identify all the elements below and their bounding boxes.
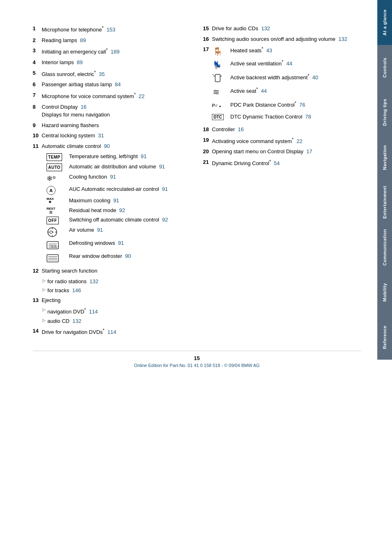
sidebar: At a glance Controls Driving tips Naviga…	[377, 0, 392, 555]
entry-21: 21 Dynamic Driving Control* 54	[203, 158, 361, 168]
auc-icon-area: A	[47, 185, 69, 195]
entry-number-6: 6	[33, 81, 42, 89]
entry-13-audio-text: audio CD 132	[47, 317, 81, 325]
ref-13-nav[interactable]: 114	[89, 309, 98, 315]
ref-8[interactable]: 16	[80, 104, 86, 110]
sidebar-tab-controls[interactable]: Controls	[377, 45, 392, 90]
ref-15[interactable]: 132	[261, 25, 270, 31]
right-column: 15 Drive for audio CDs 132 16 Switching …	[203, 25, 361, 338]
ref-cooling[interactable]: 91	[110, 174, 116, 180]
ref-18[interactable]: 16	[238, 126, 244, 132]
ref-16[interactable]: 132	[339, 36, 347, 42]
entry-content-21: Dynamic Driving Control* 54	[212, 158, 361, 168]
dtc-icon-area: DTC	[212, 114, 230, 120]
sidebar-tab-at-glance[interactable]: At a glance	[377, 0, 392, 45]
ref-auc[interactable]: 91	[162, 186, 168, 192]
entry-12-sub-tracks: ▷ for tracks 146	[42, 286, 191, 295]
ref-auto[interactable]: 91	[159, 163, 165, 170]
ref-7[interactable]: 22	[139, 93, 145, 99]
temp-text: Temperature setting, left/right 91	[69, 152, 191, 161]
ref-rest[interactable]: 92	[119, 207, 125, 213]
airvolume-text: Air volume 91	[69, 226, 191, 237]
ref-20[interactable]: 17	[306, 148, 312, 154]
climate-temp: TEMP Temperature setting, left/right 91	[47, 152, 191, 161]
entry-11: 11 Automatic climate control 90	[33, 142, 191, 150]
sidebar-tab-navigation[interactable]: Navigation	[377, 135, 392, 180]
entry-8: 8 Control Display 16 Displays for menu n…	[33, 103, 191, 119]
entry-number-12: 12	[33, 267, 42, 275]
ref-dtc[interactable]: 78	[305, 114, 311, 120]
ref-12-radio[interactable]: 132	[89, 278, 98, 284]
sidebar-tab-driving-tips[interactable]: Driving tips	[377, 90, 392, 135]
entry-number-19: 19	[203, 136, 212, 145]
entry-7: 7 Microphone for voice command system* 2…	[33, 91, 191, 101]
seat-ventilation-icon: 💺	[212, 59, 230, 71]
ref-temp[interactable]: 91	[141, 153, 147, 159]
defrost-icon-area: ∿∿∿	[47, 239, 69, 251]
entry-content-20: Opening start menu on Control Display 17	[212, 148, 361, 156]
entry-number-18: 18	[203, 125, 212, 134]
entry-4: 4 Interior lamps 89	[33, 58, 191, 67]
entry-3: 3 Initiating an emergency call* 189	[33, 47, 191, 56]
ref-10[interactable]: 31	[98, 132, 104, 139]
ref-21[interactable]: 54	[274, 160, 280, 166]
svg-text:*: *	[212, 73, 214, 77]
ref-airvolume[interactable]: 91	[97, 227, 103, 233]
off-icon: OFF	[47, 217, 59, 224]
arrow-icon-navdvd: ▷	[42, 307, 46, 316]
ref-12-tracks[interactable]: 146	[72, 287, 81, 293]
entry-18: 18 Controller 16	[203, 125, 361, 134]
entry-content-19: Activating voice command system* 22	[212, 136, 361, 145]
climate-airvolume: ⟳ Air volume 91	[47, 226, 191, 237]
climate-max: MAX❄ Maximum cooling 91	[47, 197, 191, 205]
ref-14[interactable]: 114	[107, 329, 116, 335]
entry-number-11: 11	[33, 142, 42, 150]
sidebar-tab-communication[interactable]: Communication	[377, 225, 392, 270]
defrost-text: Defrosting windows 91	[69, 239, 191, 251]
entry-2: 2 Reading lamps 89	[33, 36, 191, 45]
svg-text:🪑: 🪑	[213, 47, 223, 56]
ref-11[interactable]: 90	[104, 143, 109, 149]
ref-seat-ventilation[interactable]: 44	[286, 60, 292, 67]
entry-content-2: Reading lamps 89	[42, 36, 191, 45]
ref-defrost[interactable]: 91	[118, 240, 124, 246]
dtc-text: DTC Dynamic Traction Control 78	[230, 114, 311, 120]
item-active-seat: ≋ Active seat* 44	[212, 87, 318, 98]
temp-icon: TEMP	[47, 153, 62, 161]
entry-number-14: 14	[33, 327, 42, 336]
ref-max[interactable]: 91	[113, 197, 119, 204]
left-column: 1 Microphone for telephone* 153 2 Readin…	[33, 25, 191, 338]
climate-cooling: ❄ ⚙ Cooling function 91	[47, 173, 191, 184]
pdc-icon-area: P // ▲	[212, 101, 230, 112]
sidebar-tab-mobility[interactable]: Mobility	[377, 270, 392, 315]
ref-6[interactable]: 84	[115, 81, 120, 87]
sidebar-tab-entertainment[interactable]: Entertainment	[377, 180, 392, 225]
ref-13-audio[interactable]: 132	[72, 318, 81, 324]
ref-pdc[interactable]: 76	[299, 102, 305, 108]
ref-rear-defrost[interactable]: 90	[125, 253, 131, 259]
sidebar-tab-reference[interactable]: Reference	[377, 315, 392, 360]
ref-19[interactable]: 22	[296, 138, 302, 144]
ref-active-seat[interactable]: 44	[261, 88, 267, 94]
auc-text: AUC Automatic recirculated-air control 9…	[69, 185, 191, 195]
ref-5[interactable]: 35	[99, 71, 105, 77]
entry-number-2: 2	[33, 36, 42, 45]
ref-3[interactable]: 189	[111, 49, 120, 55]
ref-heated-seats[interactable]: 43	[266, 47, 272, 54]
entry-12-tracks-text: for tracks 146	[47, 286, 81, 295]
entry-13-main: 13 Ejecting	[33, 296, 191, 304]
entry-number-9: 9	[33, 121, 42, 130]
climate-off: OFF Switching off automatic climate cont…	[47, 216, 191, 224]
svg-text:💺: 💺	[213, 60, 222, 69]
ref-off[interactable]: 92	[162, 217, 168, 223]
entry-content-1: Microphone for telephone* 153	[42, 25, 191, 34]
ref-2[interactable]: 89	[80, 37, 86, 43]
entry-content-15: Drive for audio CDs 132	[212, 25, 361, 33]
ref-1[interactable]: 153	[107, 27, 116, 33]
seat-ventilation-text: Active seat ventilation* 44	[230, 59, 292, 67]
ref-4[interactable]: 89	[77, 59, 82, 65]
auto-text: Automatic air distribution and volume 91	[69, 163, 191, 171]
backrest-text: Active backrest width adjustment* 40	[230, 73, 318, 81]
rest-icon-area: REST|||	[47, 206, 69, 215]
ref-backrest[interactable]: 40	[312, 74, 318, 81]
